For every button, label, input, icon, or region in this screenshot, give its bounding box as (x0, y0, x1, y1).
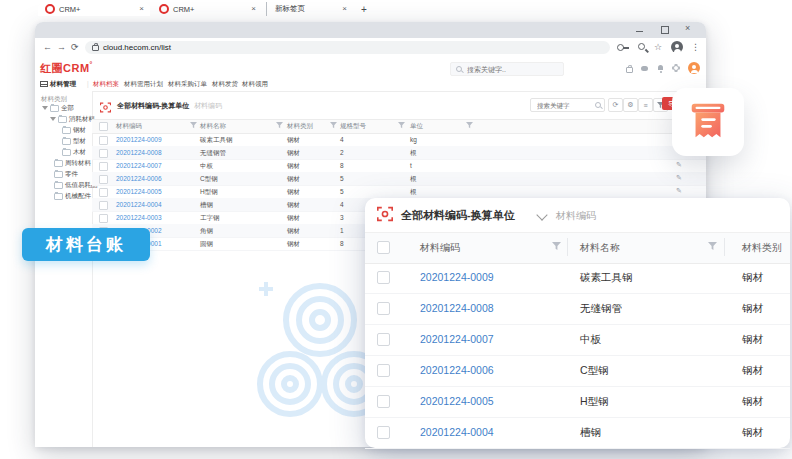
filter-icon[interactable] (708, 242, 715, 249)
table-row[interactable]: 20201224-0009碳素工具钢钢材 (365, 262, 790, 294)
user-avatar[interactable] (688, 62, 700, 74)
row-checkbox[interactable] (99, 136, 108, 145)
table-search[interactable] (530, 98, 605, 112)
cell-code[interactable]: 20201224-0009 (420, 271, 494, 283)
table-row[interactable]: 20201224-0008无缝钢管钢材2根✎ (92, 146, 706, 160)
tree-item-steel[interactable]: 钢材 (62, 126, 86, 134)
table-search-input[interactable] (535, 101, 593, 110)
table-row[interactable]: 20201224-0006C型钢钢材5根✎ (92, 172, 706, 186)
bookmark-star-icon[interactable]: ☆ (654, 42, 662, 52)
refresh-button[interactable]: ⟳ (608, 98, 623, 112)
edit-pencil-icon[interactable]: ✎ (676, 161, 682, 169)
back-icon[interactable]: ← (43, 42, 52, 52)
table-row[interactable]: 20201224-0008无缝钢管钢材 (365, 293, 790, 325)
tree-item-turnover-materials[interactable]: 周转材料 (54, 159, 91, 167)
menu-item-purchase-order[interactable]: 材料采购订单 (168, 80, 207, 89)
row-checkbox[interactable] (99, 214, 108, 223)
tab-close-icon[interactable]: × (251, 5, 256, 13)
tree-item-parts[interactable]: 零件 (54, 170, 78, 178)
table-row[interactable]: 20201224-0009碳素工具钢钢材4kg✎ (92, 133, 706, 147)
password-key-icon[interactable] (617, 44, 624, 51)
browser-profile-avatar[interactable] (671, 41, 683, 53)
menu-item-material-demand-plan[interactable]: 材料需用计划 (124, 80, 163, 89)
header-lock-icon[interactable] (625, 64, 633, 72)
window-maximize-button[interactable] (661, 26, 669, 34)
header-settings-icon[interactable] (672, 64, 680, 72)
tab-close-icon[interactable]: × (342, 5, 347, 13)
row-checkbox[interactable] (99, 162, 108, 171)
tree-item-profiles[interactable]: 型材 (62, 137, 86, 145)
view-title[interactable]: 全部材料编码-换算单位 (401, 208, 515, 223)
tab-new-page[interactable]: 新标签页 × (266, 2, 353, 16)
cell-code[interactable]: 20201224-0007 (116, 162, 162, 169)
tree-item-all[interactable]: 全部 (42, 104, 74, 112)
zoom-icon[interactable] (638, 43, 645, 50)
apps-grid-icon[interactable] (40, 81, 48, 87)
filter-icon[interactable] (330, 122, 337, 129)
menu-group-label[interactable]: 材料管理 (50, 80, 76, 89)
filter-icon[interactable] (190, 122, 197, 129)
caret-down-icon[interactable] (50, 117, 56, 121)
table-row[interactable]: 20201224-0004槽钢钢材 (365, 417, 790, 449)
header-notification-icon[interactable] (657, 64, 665, 72)
filter-icon[interactable] (552, 242, 559, 249)
row-checkbox[interactable] (377, 302, 390, 315)
cell-code[interactable]: 20201224-0004 (420, 426, 494, 438)
select-all-checkbox[interactable] (99, 122, 108, 131)
browser-menu-icon[interactable]: ⋮ (691, 42, 700, 52)
row-checkbox[interactable] (377, 395, 390, 408)
global-search-input[interactable] (465, 65, 549, 74)
row-checkbox[interactable] (99, 188, 108, 197)
row-checkbox[interactable] (377, 426, 390, 439)
row-checkbox[interactable] (377, 271, 390, 284)
row-checkbox[interactable] (377, 333, 390, 346)
view-title[interactable]: 全部材料编码-换算单位 (117, 101, 189, 111)
row-checkbox[interactable] (377, 364, 390, 377)
header-message-icon[interactable] (641, 64, 649, 72)
columns-button[interactable]: ≡ (638, 98, 653, 112)
tree-item-low-value-consumables[interactable]: 低值易耗品 (54, 181, 98, 189)
table-row[interactable]: 20201224-0005H型钢钢材 (365, 386, 790, 418)
reload-icon[interactable]: ⟳ (71, 42, 79, 52)
window-close-button[interactable]: × (685, 23, 690, 33)
tab-close-icon[interactable]: × (139, 5, 144, 13)
menu-item-material-archive[interactable]: 材料档案 (93, 80, 119, 89)
cell-code[interactable]: 20201224-0005 (420, 395, 494, 407)
cell-code[interactable]: 20201224-0007 (420, 333, 494, 345)
tree-item-wood[interactable]: 木材 (62, 148, 86, 156)
cell-code[interactable]: 20201224-0006 (116, 175, 162, 182)
new-tab-button[interactable]: + (358, 4, 370, 16)
edit-pencil-icon[interactable]: ✎ (676, 174, 682, 182)
cell-code[interactable]: 20201224-0008 (420, 302, 494, 314)
cell-code[interactable]: 20201224-0008 (116, 149, 162, 156)
window-minimize-button[interactable] (636, 31, 643, 32)
cell-code[interactable]: 20201224-0006 (420, 364, 494, 376)
tab-crm-1[interactable]: CRM+ × (38, 2, 150, 16)
table-row[interactable]: 20201224-0007中板钢材 (365, 324, 790, 356)
global-search[interactable] (450, 62, 564, 76)
cell-code[interactable]: 20201224-0003 (116, 214, 162, 221)
cell-code[interactable]: 20201224-0004 (116, 201, 162, 208)
address-bar[interactable]: cloud.hecom.cn/list (85, 41, 610, 54)
row-checkbox[interactable] (99, 201, 108, 210)
cell-code[interactable]: 20201224-0005 (116, 188, 162, 195)
caret-down-icon[interactable] (42, 106, 48, 110)
table-row[interactable]: 20201224-0005H型钢钢材5根✎ (92, 185, 706, 199)
filter-icon[interactable] (398, 122, 405, 129)
filter-icon[interactable] (276, 122, 283, 129)
row-checkbox[interactable] (99, 149, 108, 158)
table-row[interactable]: 20201224-0006C型钢钢材 (365, 355, 790, 387)
menu-item-material-requisition[interactable]: 材料领用 (242, 80, 268, 89)
menu-item-material-delivery[interactable]: 材料发货 (212, 80, 238, 89)
settings-button[interactable]: ⚙ (623, 98, 638, 112)
tree-item-machine-parts[interactable]: 机械配件 (54, 192, 91, 200)
row-checkbox[interactable] (99, 175, 108, 184)
tab-crm-2[interactable]: CRM+ × (152, 2, 262, 16)
tree-item-consumables[interactable]: 消耗材料 (50, 115, 95, 123)
forward-icon[interactable]: → (57, 42, 66, 52)
edit-pencil-icon[interactable]: ✎ (676, 187, 682, 195)
filter-icon[interactable] (466, 122, 473, 129)
cell-code[interactable]: 20201224-0009 (116, 136, 162, 143)
select-all-checkbox[interactable] (377, 241, 390, 254)
table-row[interactable]: 20201224-0007中板钢材8t✎ (92, 159, 706, 173)
